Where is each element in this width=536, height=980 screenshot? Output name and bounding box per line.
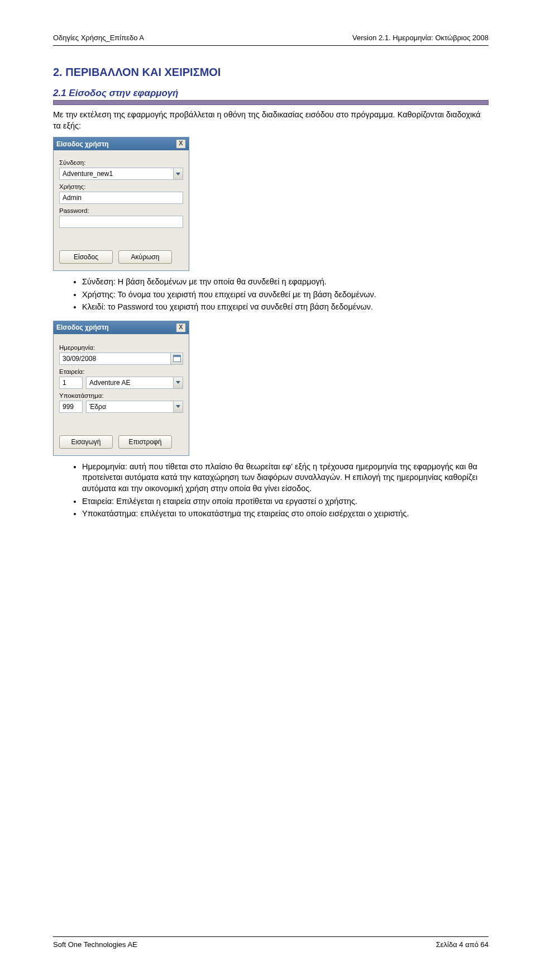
section-rule bbox=[53, 100, 489, 105]
company-label: Εταιρεία: bbox=[59, 368, 183, 375]
header-left: Οδηγίες Χρήσης_Επίπεδο Α bbox=[53, 34, 144, 42]
second-login-dialog: Είσοδος χρήστη X Ημερομηνία: Εταιρεία: Υ… bbox=[53, 321, 189, 456]
enter-button[interactable]: Εισαγωγή bbox=[59, 435, 113, 449]
list-item: Εταιρεία: Επιλέγεται η εταιρεία στην οπο… bbox=[82, 496, 489, 507]
list-item: Υποκατάστημα: επιλέγεται το υποκατάστημα… bbox=[82, 508, 489, 520]
chevron-down-icon[interactable] bbox=[173, 168, 183, 180]
bullets-1: Σύνδεση: Η βάση δεδομένων με την οποία θ… bbox=[53, 277, 489, 313]
dialog-title: Είσοδος χρήστη bbox=[56, 140, 109, 148]
company-name-input[interactable] bbox=[86, 377, 173, 389]
chevron-down-icon[interactable] bbox=[173, 377, 183, 389]
calendar-icon[interactable] bbox=[171, 353, 183, 365]
header-right: Version 2.1. Ημερομηνία: Οκτώβριος 2008 bbox=[352, 34, 489, 42]
login-button[interactable]: Είσοδος bbox=[59, 250, 113, 264]
date-input[interactable] bbox=[59, 353, 171, 365]
branch-code-input[interactable] bbox=[59, 401, 83, 413]
page-header: Οδηγίες Χρήσης_Επίπεδο Α Version 2.1. Ημ… bbox=[53, 34, 489, 42]
user-label: Χρήστης: bbox=[59, 183, 183, 190]
password-label: Password: bbox=[59, 207, 183, 214]
back-button[interactable]: Επιστροφή bbox=[118, 435, 172, 449]
dialog-title: Είσοδος χρήστη bbox=[56, 324, 109, 331]
footer-rule bbox=[53, 936, 489, 937]
list-item: Κλειδί: το Password του χειριστή που επι… bbox=[82, 302, 489, 313]
date-label: Ημερομηνία: bbox=[59, 344, 183, 351]
page-footer: Soft One Technologies AE Σελίδα 4 από 64 bbox=[53, 936, 489, 949]
close-icon[interactable]: X bbox=[176, 323, 186, 332]
list-item: Σύνδεση: Η βάση δεδομένων με την οποία θ… bbox=[82, 277, 489, 288]
login-dialog: Είσοδος χρήστη X Σύνδεση: Χρήστης: Passw… bbox=[53, 137, 189, 271]
cancel-button[interactable]: Ακύρωση bbox=[118, 250, 172, 264]
dialog-titlebar: Είσοδος χρήστη X bbox=[54, 321, 189, 334]
connection-label: Σύνδεση: bbox=[59, 159, 183, 166]
list-item: Ημερομηνία: αυτή που τίθεται στο πλαίσιο… bbox=[82, 462, 489, 494]
close-icon[interactable]: X bbox=[176, 139, 186, 149]
user-input[interactable] bbox=[59, 192, 183, 204]
footer-right: Σελίδα 4 από 64 bbox=[436, 940, 489, 949]
dialog-titlebar: Είσοδος χρήστη X bbox=[54, 137, 189, 150]
heading-3: 2.1 Είσοδος στην εφαρμογή bbox=[53, 88, 489, 99]
header-rule bbox=[53, 45, 489, 46]
heading-2: 2. ΠΕΡΙΒΑΛΛΟΝ ΚΑΙ ΧΕΙΡΙΣΜΟΙ bbox=[53, 66, 489, 79]
branch-label: Υποκατάστημα: bbox=[59, 392, 183, 399]
list-item: Χρήστης: Το όνομα του χειριστή που επιχε… bbox=[82, 289, 489, 301]
connection-input[interactable] bbox=[59, 168, 173, 180]
password-input[interactable] bbox=[59, 216, 183, 228]
intro-paragraph: Με την εκτέλεση της εφαρμογής προβάλλετα… bbox=[53, 110, 489, 131]
bullets-2: Ημερομηνία: αυτή που τίθεται στο πλαίσιο… bbox=[53, 462, 489, 520]
footer-left: Soft One Technologies AE bbox=[53, 940, 137, 949]
company-code-input[interactable] bbox=[59, 377, 83, 389]
branch-name-input[interactable] bbox=[86, 401, 173, 413]
chevron-down-icon[interactable] bbox=[173, 401, 183, 413]
